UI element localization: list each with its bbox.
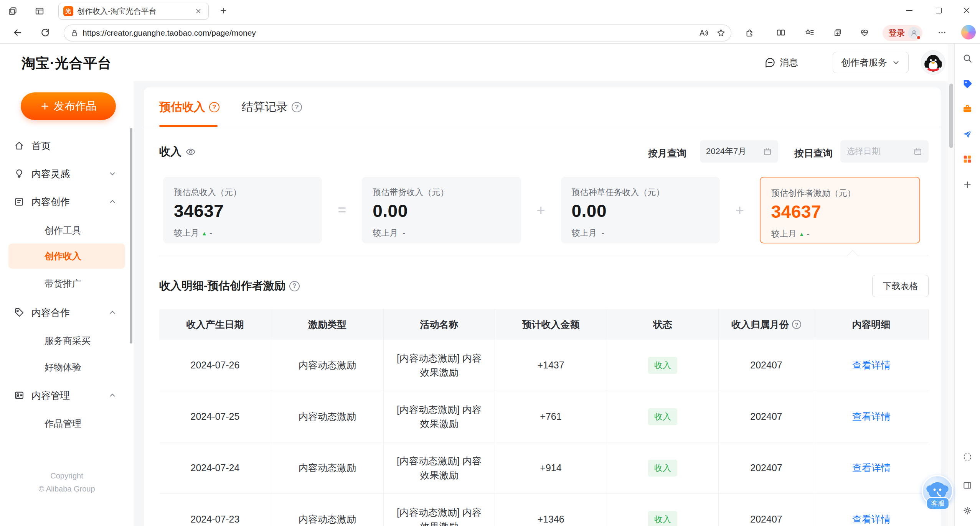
tab-close-icon[interactable] bbox=[193, 6, 204, 16]
cell-month: 202407 bbox=[719, 494, 814, 526]
login-button[interactable]: 登录 bbox=[883, 25, 922, 41]
apps-grid-icon[interactable] bbox=[960, 151, 975, 167]
browser-essentials-icon[interactable] bbox=[857, 25, 872, 40]
collections-icon[interactable] bbox=[830, 25, 845, 40]
download-table-button[interactable]: 下载表格 bbox=[872, 275, 929, 297]
sidebar-item-home[interactable]: 首页 bbox=[8, 133, 125, 158]
settings-more-icon[interactable] bbox=[934, 25, 950, 40]
notification-badge bbox=[916, 35, 921, 40]
back-icon[interactable] bbox=[10, 25, 25, 40]
split-screen-icon[interactable] bbox=[773, 25, 789, 40]
chevron-up-icon bbox=[108, 391, 117, 399]
messages-button[interactable]: 消息 bbox=[764, 55, 798, 70]
url-text[interactable]: https://creator.guanghe.taobao.com/page/… bbox=[82, 28, 693, 38]
add-to-sidebar-icon[interactable] bbox=[960, 177, 975, 192]
sidebar-item-label: 带货推广 bbox=[45, 278, 81, 290]
toolbox-icon[interactable] bbox=[960, 101, 975, 117]
page-scrollbar[interactable] bbox=[948, 44, 954, 526]
sidebar-item-works-management[interactable]: 作品管理 bbox=[8, 411, 125, 436]
income-table: 收入产生日期 激励类型 活动名称 预计收入金额 状态 收入归属月份 内容明细 2… bbox=[159, 309, 929, 526]
tab-label: 结算记录 bbox=[242, 99, 288, 115]
stat-card-seeding-task-income: 预估种草任务收入（元） 0.00 较上月- bbox=[561, 177, 720, 243]
view-details-link[interactable]: 查看详情 bbox=[852, 410, 891, 423]
col-header-detail: 内容明细 bbox=[814, 309, 929, 340]
stat-title: 预估种草任务收入（元） bbox=[572, 187, 709, 198]
workspaces-icon[interactable] bbox=[6, 5, 19, 18]
cell-type: 内容动态激励 bbox=[271, 494, 384, 526]
site-logo[interactable]: 淘宝·光合平台 bbox=[21, 54, 112, 73]
tab-estimated-income[interactable]: 预估收入 bbox=[159, 99, 219, 115]
user-avatar[interactable] bbox=[921, 50, 945, 75]
cell-amount: +1346 bbox=[495, 494, 607, 526]
edit-square-icon bbox=[14, 196, 25, 207]
stat-compare: 较上月- bbox=[572, 227, 709, 239]
sidebar-item-creation-income[interactable]: 创作收入 bbox=[8, 243, 125, 269]
col-header-date: 收入产生日期 bbox=[159, 309, 271, 340]
sidebar-item-label: 首页 bbox=[31, 140, 51, 152]
chat-bubble-icon bbox=[764, 57, 776, 68]
tab-title: 创作收入-淘宝光合平台 bbox=[77, 6, 189, 16]
sidebar-item-management[interactable]: 内容管理 bbox=[8, 383, 125, 408]
page-scrollbar-thumb[interactable] bbox=[949, 84, 953, 148]
tab-actions-icon[interactable] bbox=[33, 5, 46, 18]
address-bar[interactable]: https://creator.guanghe.taobao.com/page/… bbox=[64, 25, 731, 41]
stat-compare: 较上月▲- bbox=[174, 227, 311, 239]
creator-service-dropdown[interactable]: 创作者服务 bbox=[833, 52, 909, 73]
favorites-icon[interactable] bbox=[802, 25, 817, 40]
income-section-title: 收入 bbox=[159, 144, 196, 159]
window-maximize-button[interactable] bbox=[924, 0, 953, 21]
screenshot-icon[interactable] bbox=[960, 449, 975, 465]
refresh-icon[interactable] bbox=[38, 25, 53, 40]
eye-icon[interactable] bbox=[185, 146, 196, 157]
help-icon[interactable] bbox=[792, 320, 801, 329]
help-icon[interactable] bbox=[292, 102, 302, 112]
lock-icon[interactable] bbox=[70, 29, 79, 37]
favorite-star-icon[interactable] bbox=[714, 26, 728, 40]
new-tab-button[interactable] bbox=[217, 5, 229, 17]
month-picker[interactable]: 2024年7月 bbox=[700, 140, 778, 163]
gear-icon[interactable] bbox=[960, 503, 975, 518]
sidebar-item-inspiration[interactable]: 内容灵感 bbox=[8, 161, 125, 186]
table-body: 2024-07-26 内容动态激励 [内容动态激励] 内容效果激励 +1437 … bbox=[159, 340, 929, 526]
sidebar-item-product-trial[interactable]: 好物体验 bbox=[8, 355, 125, 380]
send-plane-icon[interactable] bbox=[960, 127, 975, 142]
publish-work-button[interactable]: 发布作品 bbox=[21, 92, 116, 120]
stat-title: 预估创作者激励（元） bbox=[771, 187, 909, 199]
view-details-link[interactable]: 查看详情 bbox=[852, 359, 891, 371]
cell-amount: +914 bbox=[495, 442, 607, 493]
messages-label: 消息 bbox=[780, 56, 798, 69]
sidebar-scrollbar-thumb[interactable] bbox=[130, 128, 132, 344]
sidebar-item-service-purchase[interactable]: 服务商采买 bbox=[8, 328, 125, 353]
help-icon[interactable] bbox=[289, 281, 300, 291]
browser-tab[interactable]: 光 创作收入-淘宝光合平台 bbox=[58, 3, 209, 20]
main-content-card: 预估收入 结算记录 收入 按月查询 2024年7月 按日查询 选择日 bbox=[144, 87, 941, 526]
read-aloud-icon[interactable] bbox=[696, 26, 710, 40]
window-minimize-button[interactable] bbox=[895, 0, 924, 21]
day-picker[interactable]: 选择日期 bbox=[840, 140, 929, 163]
view-details-link[interactable]: 查看详情 bbox=[852, 513, 891, 526]
help-icon[interactable] bbox=[209, 102, 219, 112]
sidebar-item-creation-tools[interactable]: 创作工具 bbox=[8, 218, 125, 243]
sidebar-toggle-icon[interactable] bbox=[960, 478, 975, 493]
cell-amount: +1437 bbox=[495, 340, 607, 391]
cell-month: 202407 bbox=[719, 340, 814, 391]
extensions-icon[interactable] bbox=[742, 25, 757, 40]
chevron-up-icon bbox=[108, 308, 117, 317]
search-icon[interactable] bbox=[960, 51, 975, 66]
sidebar-item-promotion[interactable]: 带货推广 bbox=[8, 271, 125, 296]
status-badge: 收入 bbox=[648, 357, 677, 374]
stat-card-creator-incentive[interactable]: 预估创作者激励（元） 34637 较上月▲- bbox=[760, 177, 920, 243]
shopping-tag-icon[interactable] bbox=[960, 76, 975, 91]
view-details-link[interactable]: 查看详情 bbox=[852, 462, 891, 474]
month-picker-value: 2024年7月 bbox=[706, 146, 746, 157]
copilot-icon[interactable] bbox=[961, 25, 976, 39]
section-divider bbox=[159, 256, 929, 256]
stat-card-sales-income: 预估带货收入（元） 0.00 较上月- bbox=[362, 177, 521, 243]
site-header: 淘宝·光合平台 消息 创作者服务 bbox=[0, 44, 948, 81]
window-close-button[interactable] bbox=[953, 0, 980, 21]
sidebar-item-cooperation[interactable]: 内容合作 bbox=[8, 300, 125, 325]
profile-avatar-icon[interactable] bbox=[908, 27, 920, 39]
tab-settlement-records[interactable]: 结算记录 bbox=[242, 99, 302, 115]
sidebar-item-creation[interactable]: 内容创作 bbox=[8, 189, 125, 214]
customer-service-widget[interactable]: 客服 bbox=[922, 475, 954, 512]
